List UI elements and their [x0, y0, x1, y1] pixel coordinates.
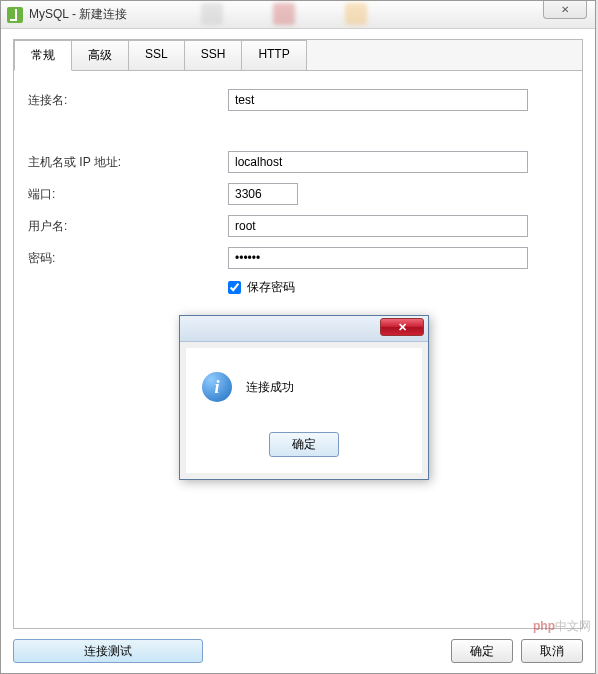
info-icon: i	[202, 372, 232, 402]
modal-body: i 连接成功	[186, 348, 422, 420]
row-password: 密码:	[28, 247, 568, 269]
connection-name-label: 连接名:	[28, 92, 228, 109]
password-input[interactable]	[228, 247, 528, 269]
save-password-label: 保存密码	[247, 279, 295, 296]
modal-ok-button[interactable]: 确定	[269, 432, 339, 457]
footer-right: 确定 取消	[451, 639, 583, 663]
row-save-password: 保存密码	[228, 279, 568, 296]
modal-message: 连接成功	[246, 379, 294, 396]
tab-content-general: 连接名: 主机名或 IP 地址: 端口: 用户名: 密码:	[14, 71, 582, 314]
tab-label: 高级	[88, 48, 112, 62]
app-icon	[7, 7, 23, 23]
save-password-checkbox[interactable]	[228, 281, 241, 294]
tab-label: SSH	[201, 47, 226, 61]
button-label: 确定	[292, 437, 316, 451]
row-host: 主机名或 IP 地址:	[28, 151, 568, 173]
row-port: 端口:	[28, 183, 568, 205]
dialog-footer: 连接测试 确定 取消	[13, 639, 583, 663]
modal-footer: 确定	[186, 420, 422, 473]
username-input[interactable]	[228, 215, 528, 237]
port-label: 端口:	[28, 186, 228, 203]
close-icon: ✕	[398, 321, 407, 334]
row-username: 用户名:	[28, 215, 568, 237]
tab-label: 常规	[31, 48, 55, 62]
test-connection-button[interactable]: 连接测试	[13, 639, 203, 663]
titlebar: MySQL - 新建连接 ✕	[1, 1, 595, 29]
window-title: MySQL - 新建连接	[29, 6, 127, 23]
ok-button[interactable]: 确定	[451, 639, 513, 663]
tab-label: HTTP	[258, 47, 289, 61]
tab-general[interactable]: 常规	[14, 40, 72, 71]
button-label: 取消	[540, 644, 564, 658]
background-icons	[201, 3, 367, 25]
cancel-button[interactable]: 取消	[521, 639, 583, 663]
username-label: 用户名:	[28, 218, 228, 235]
message-dialog: ✕ i 连接成功 确定	[179, 315, 429, 480]
tab-strip: 常规 高级 SSL SSH HTTP	[14, 40, 582, 71]
window-close-button[interactable]: ✕	[543, 1, 587, 19]
button-label: 连接测试	[84, 644, 132, 658]
connection-name-input[interactable]	[228, 89, 528, 111]
modal-titlebar: ✕	[180, 316, 428, 342]
tab-label: SSL	[145, 47, 168, 61]
host-label: 主机名或 IP 地址:	[28, 154, 228, 171]
close-icon: ✕	[561, 4, 569, 15]
button-label: 确定	[470, 644, 494, 658]
tab-ssl[interactable]: SSL	[128, 40, 185, 70]
tab-ssh[interactable]: SSH	[184, 40, 243, 70]
modal-close-button[interactable]: ✕	[380, 318, 424, 336]
row-connection-name: 连接名:	[28, 89, 568, 111]
tab-advanced[interactable]: 高级	[71, 40, 129, 70]
host-input[interactable]	[228, 151, 528, 173]
password-label: 密码:	[28, 250, 228, 267]
main-window: MySQL - 新建连接 ✕ 常规 高级 SSL SSH HTTP 连接名:	[0, 0, 596, 674]
port-input[interactable]	[228, 183, 298, 205]
tab-http[interactable]: HTTP	[241, 40, 306, 70]
